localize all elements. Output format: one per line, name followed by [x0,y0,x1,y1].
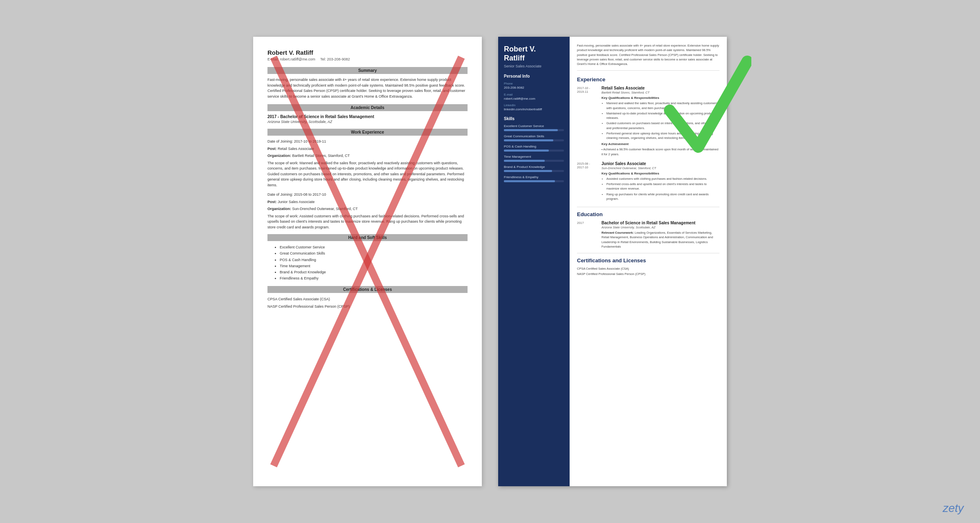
job2-org: Organization: Sun-Drenched Outerwear, St… [267,206,468,212]
sidebar-title: Senior Sales Associate [504,64,564,68]
list-item: Assisted customers with clothing purchas… [606,177,719,181]
skills-header: Hard and Soft Skills [267,234,468,241]
skill-bar-fill [504,150,549,152]
exp-body-1: Retail Sales Associate Bartlett Retail S… [601,86,719,156]
sidebar: Robert V. Ratliff Senior Sales Associate… [498,37,570,486]
job1-org: Organization: Bartlett Retail Stores, St… [267,153,468,159]
skill-name: POS & Cash Handling [504,145,564,148]
exp-kq-label-1: Key Qualifications & Responsibilities [601,96,719,100]
divider [577,253,719,253]
email-value: robert.ratliff@me.com [504,97,564,101]
list-item: Guided customers on purchases based on i… [606,121,719,130]
skill-item-5: Brand & Product Knowledge [504,165,564,172]
exp-title-1: Retail Sales Associate [601,86,719,90]
list-item: Excellent Customer Service [280,244,468,250]
email-label: E-mail [504,93,564,96]
skill-item-4: Time Management [504,155,564,162]
academic-header: Academic Details [267,104,468,111]
phone-label: Phone [504,82,564,85]
job2-scope: The scope of work: Assisted customers wi… [267,214,468,230]
linkedin-value: linkedin.com/in/robertratliff [504,107,564,112]
skill-bar-fill [504,129,558,131]
exp-title-2: Junior Sales Associate [601,161,719,166]
exp-bullets-2: Assisted customers with clothing purchas… [606,177,719,201]
cert-entry-1: CPSA Certified Sales Associate (CSA) [577,267,719,270]
edu-school-1: Arizona State University, Scottsdale, AZ [601,226,719,229]
exp-org-1: Bartlett Retail Stores, Stamford, CT [601,91,719,94]
skill-name: Great Communication Skills [504,134,564,138]
edu-body-1: Bachelor of Science in Retail Sales Mana… [601,221,719,249]
exp-entry-1: 2017-10 -2019-11 Retail Sales Associate … [577,86,719,156]
main-content: Fast-moving, personable sales associate … [570,37,727,486]
skill-name: Excellent Customer Service [504,124,564,128]
skill-bar-bg [504,160,564,162]
edu-year-1: 2017 [577,221,598,249]
degree: 2017 - Bachelor of Science in Retail Sal… [267,114,468,119]
skill-name: Brand & Product Knowledge [504,165,564,169]
exp-date-1: 2017-10 -2019-11 [577,86,598,156]
skill-name: Friendliness & Empathy [504,175,564,179]
cert1: CPSA Certified Sales Associate (CSA) [267,296,468,302]
job1-date: Date of Joining: 2017-10 to 2019-11 [267,139,468,145]
skill-bar-fill [504,139,553,141]
list-item: Performed cross-sells and upsells based … [606,182,719,191]
summary-text: Fast-moving, personable sales associate … [267,77,468,99]
skill-item-1: Excellent Customer Service [504,124,564,131]
exp-achievement-1: • Achieved a 98.5% customer feedback sco… [601,147,719,156]
exp-entry-2: 2015-08 -2017-10 Junior Sales Associate … [577,161,719,202]
certs-header: Certifications & Licenses [267,286,468,293]
left-contact: E-Mail: robert.ratliff@me.com Tel: 203-2… [267,57,468,61]
divider [577,207,719,207]
linkedin-label: LinkedIn [504,103,564,107]
skill-item-3: POS & Cash Handling [504,145,564,152]
exp-body-2: Junior Sales Associate Sun-Drenched Oute… [601,161,719,202]
work-header: Work Experience [267,129,468,136]
left-name: Robert V. Ratliff [267,49,468,56]
skill-bar-fill [504,180,555,182]
skill-bar-bg [504,170,564,172]
list-item: Great Communication Skills [280,250,468,257]
phone-value: 203-208-9082 [504,86,564,90]
edu-coursework: Relevant Coursework: Leading Organizatio… [601,230,719,249]
resume-left: Robert V. Ratliff E-Mail: robert.ratliff… [253,37,482,486]
skills-list: Excellent Customer Service Great Communi… [280,244,468,282]
skill-bar-bg [504,139,564,141]
exp-kq-label-2: Key Qualifications & Responsibilities [601,172,719,175]
list-item: Maintained up-to-date product knowledge … [606,111,719,121]
job1-scope: The scope of work: Manned and walked the… [267,161,468,188]
job1-post: Post: Retail Sales Associate [267,146,468,152]
experience-title: Experience [577,76,719,83]
skill-bar-bg [504,129,564,131]
skill-bar-fill [504,160,545,162]
edu-degree-1: Bachelor of Science in Retail Sales Mana… [601,221,719,225]
list-item: Rang up purchases for clients while prom… [606,192,719,201]
skill-item-6: Friendliness & Empathy [504,175,564,182]
summary-header: Summary [267,67,468,74]
cert2: NASP Certified Professional Sales Person… [267,304,468,310]
exp-bullets-1: Manned and walked the sales floor, proac… [606,101,719,140]
list-item: Manned and walked the sales floor, proac… [606,101,719,110]
right-summary: Fast-moving, personable sales associate … [577,43,719,71]
skills-label: Skills [504,116,564,121]
list-item: Friendliness & Empathy [280,275,468,282]
zety-brand: zety [943,502,964,515]
certs-title: Certifications and Licenses [577,257,719,264]
skill-bar-bg [504,180,564,182]
skill-bar-fill [504,170,552,172]
resume-right: Robert V. Ratliff Senior Sales Associate… [498,37,727,486]
exp-org-2: Sun-Drenched Outerwear, Stamford, CT [601,166,719,170]
exp-date-2: 2015-08 -2017-10 [577,161,598,202]
cert-entry-2: NASP Certified Professional Sales Person… [577,272,719,276]
sidebar-name: Robert V. Ratliff [504,45,564,63]
list-item: Performed general store upkeep during st… [606,131,719,141]
exp-achievement-label-1: Key Achievement [601,142,719,146]
skill-item-2: Great Communication Skills [504,134,564,141]
page-container: Robert V. Ratliff E-Mail: robert.ratliff… [0,20,980,503]
list-item: Time Management [280,263,468,269]
list-item: POS & Cash Handling [280,257,468,263]
school: Arizona State University, Scottsdale, AZ [267,120,468,124]
list-item: Brand & Product Knowledge [280,269,468,275]
personal-info-label: Personal Info [504,74,564,78]
job2-date: Date of Joining: 2015-08 to 2017-10 [267,192,468,198]
edu-entry-1: 2017 Bachelor of Science in Retail Sales… [577,221,719,249]
